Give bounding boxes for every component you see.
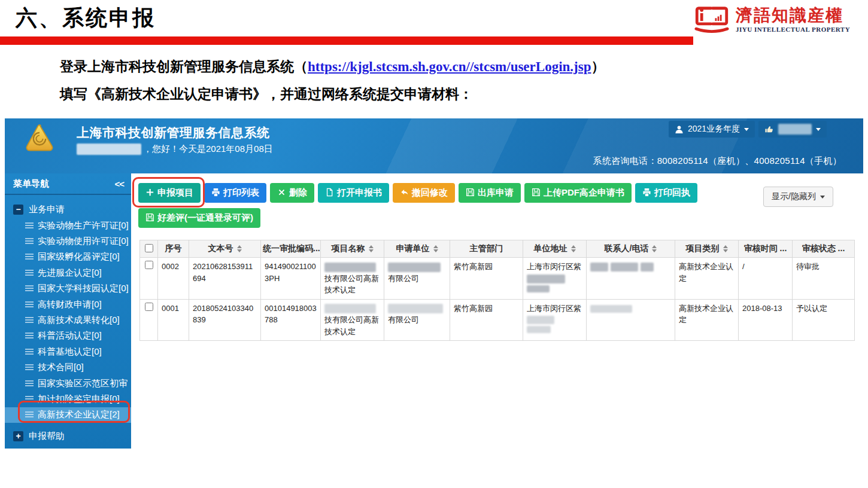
column-header: 申请单位 (384, 240, 450, 258)
app-header: 上海市科技创新管理服务信息系统 ，您好！今天是2021年08月08日 2021业… (5, 118, 863, 173)
show-hide-columns-button[interactable]: 显示/隐藏列 (763, 187, 833, 207)
list-icon (25, 333, 34, 339)
save-icon (532, 188, 541, 199)
redacted-text (324, 304, 376, 313)
sidebar-group-business[interactable]: − 业务申请 (5, 201, 131, 218)
list-icon (25, 411, 34, 418)
column-header: 审核时间 ... (739, 240, 793, 258)
sort-icon[interactable] (433, 245, 438, 252)
redacted-text (611, 263, 638, 272)
redacted-text (388, 304, 443, 313)
row-checkbox[interactable] (145, 261, 153, 269)
sort-icon[interactable] (652, 245, 657, 252)
instruction-line-2: 填写《高新技术企业认定申请书》，并通过网络系统提交申请材料： (60, 85, 473, 103)
redacted-text (388, 263, 441, 272)
redacted-text (527, 326, 551, 333)
sidebar-item[interactable]: 高转财政申请[0] (5, 297, 131, 312)
sidebar-item[interactable]: 高新技术成果转化[0] (5, 312, 131, 328)
column-header (140, 240, 158, 258)
sidebar-header: 菜单导航 << (5, 173, 131, 195)
column-header: 文本号 (189, 240, 261, 258)
redacted-text (641, 263, 654, 272)
list-icon (25, 364, 34, 371)
user-account-dropdown[interactable] (758, 121, 827, 138)
outbound-request-button[interactable]: 出库申请 (459, 183, 521, 203)
column-header: 主管部门 (450, 240, 523, 258)
list-icon (25, 349, 34, 355)
redacted-account-name (778, 124, 812, 135)
login-url-link[interactable]: https://kjgl.stcsm.sh.gov.cn//stcsm/user… (308, 59, 591, 74)
column-header: 联系人/电话 (587, 240, 675, 258)
sidebar-item[interactable]: 高新技术企业认定[2] (5, 407, 131, 423)
print-receipt-button[interactable]: 打印回执 (635, 183, 697, 203)
withdraw-revision-button[interactable]: 撤回修改 (393, 183, 455, 203)
collapse-minus-icon: − (13, 205, 23, 215)
redacted-username (77, 144, 141, 155)
expand-plus-icon: + (13, 431, 23, 441)
column-header: 单位地址 (523, 240, 587, 258)
sidebar-group-help[interactable]: + 申报帮助 (5, 428, 131, 444)
person-icon (675, 125, 684, 134)
app-logo-icon (23, 123, 56, 154)
save-icon (145, 213, 154, 224)
sort-icon[interactable] (723, 245, 728, 252)
column-header: 统一审批编码... (261, 240, 321, 258)
undo-icon (400, 188, 409, 199)
sidebar-item[interactable]: 国家大学科技园认定[0] (5, 281, 131, 297)
main-content: 申报项目打印列表删除打开申报书撤回修改出库申请上传PDF高企申请书打印回执 好差… (131, 173, 863, 456)
print-list-button[interactable]: 打印列表 (204, 183, 266, 203)
table-row[interactable]: 000120180524103340839001014918003788技有限公… (140, 299, 855, 341)
sidebar-collapse-button[interactable]: << (114, 179, 124, 189)
sidebar-item[interactable]: 科普基地认定[0] (5, 344, 131, 359)
sort-icon[interactable] (237, 245, 242, 252)
chevron-down-icon (744, 128, 749, 133)
sidebar-item[interactable]: 国家级孵化器评定[0] (5, 249, 131, 265)
save-icon (466, 188, 475, 199)
projects-table: 序号文本号统一审批编码...项目名称申请单位主管部门单位地址联系人/电话项目类别… (139, 240, 855, 341)
app-title: 上海市科技创新管理服务信息系统 (77, 124, 270, 141)
table-row[interactable]: 0002202106281539116949414900211003PH技有限公… (140, 258, 855, 300)
chevron-down-icon (820, 196, 825, 201)
select-all-checkbox[interactable] (145, 244, 153, 252)
sidebar-item[interactable]: 国家实验区示范区初审 (5, 376, 131, 391)
brand-name-cn: 濟語知識産權 (736, 7, 850, 24)
list-icon (25, 380, 34, 387)
column-header: 序号 (158, 240, 189, 258)
x-icon (277, 188, 286, 199)
sidebar: 菜单导航 << − 业务申请 实验动物生产许可证[0]实验动物使用许可证[0]国… (5, 173, 131, 449)
brand-logo: 濟語知識産權 JIYU INTELLECTUAL PROPERTY (692, 1, 867, 38)
rating-button[interactable]: 好差评(一证通登录可评) (138, 208, 260, 228)
upload-pdf-application-button[interactable]: 上传PDF高企申请书 (524, 183, 632, 203)
sidebar-item[interactable]: 技术合同[0] (5, 360, 131, 376)
sidebar-item[interactable]: 实验动物使用许可证[0] (5, 233, 131, 249)
redacted-text (527, 285, 550, 292)
support-phone-line: 系统咨询电话：8008205114（座机）、4008205114（手机） (593, 155, 842, 167)
redacted-text (590, 263, 608, 272)
declare-project-button[interactable]: 申报项目 (138, 183, 201, 203)
slide-page: 六、系统申报 濟語知識産權 JIYU INTELLECTUAL PROPERTY… (0, 0, 868, 488)
list-icon (25, 285, 34, 292)
document-icon (325, 188, 334, 199)
app-screenshot: 上海市科技创新管理服务信息系统 ，您好！今天是2021年08月08日 2021业… (5, 118, 863, 456)
toolbar-row-2: 好差评(一证通登录可评) (138, 208, 260, 228)
delete-button[interactable]: 删除 (270, 183, 314, 203)
sidebar-item[interactable]: 加计扣除鉴定申报[0] (5, 391, 131, 407)
sort-icon[interactable] (369, 245, 374, 252)
sidebar-item[interactable]: 科普活动认定[0] (5, 328, 131, 344)
red-divider (0, 36, 693, 45)
sidebar-item[interactable]: 实验动物生产许可证[0] (5, 218, 131, 233)
sort-icon[interactable] (571, 245, 576, 252)
sidebar-item[interactable]: 先进服企认定[0] (5, 265, 131, 280)
business-year-dropdown[interactable]: 2021业务年度 (669, 121, 755, 138)
list-icon (25, 301, 34, 308)
column-header: 项目名称 (321, 240, 384, 258)
redacted-text (590, 305, 632, 313)
open-application-button[interactable]: 打开申报书 (318, 183, 389, 203)
column-header: 项目类别 (675, 240, 739, 258)
redacted-text (527, 316, 554, 324)
instruction-line-1: 登录上海市科技创新管理服务信息系统（https://kjgl.stcsm.sh.… (60, 57, 605, 76)
thumb-up-icon (764, 125, 773, 134)
row-checkbox[interactable] (145, 303, 153, 311)
table-header-row: 序号文本号统一审批编码...项目名称申请单位主管部门单位地址联系人/电话项目类别… (140, 240, 855, 258)
open-book-icon (692, 2, 732, 37)
